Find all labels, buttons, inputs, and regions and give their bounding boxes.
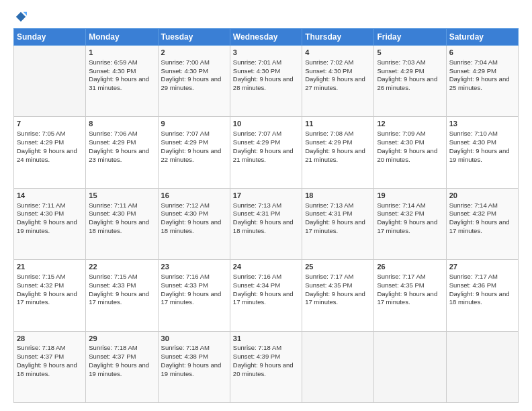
- sunrise-text: Sunrise: 7:12 AM: [161, 201, 210, 209]
- calendar-cell: 29Sunrise: 7:18 AMSunset: 4:37 PMDayligh…: [86, 331, 158, 402]
- sunset-text: Sunset: 4:30 PM: [305, 67, 352, 75]
- sunrise-text: Sunrise: 7:06 AM: [89, 130, 137, 137]
- sunrise-text: Sunrise: 7:07 AM: [161, 130, 210, 137]
- calendar-cell: 22Sunrise: 7:15 AMSunset: 4:33 PMDayligh…: [86, 260, 158, 331]
- daylight-text: Daylight: 9 hours and 29 minutes.: [161, 75, 222, 91]
- day-number: 30: [161, 334, 227, 344]
- calendar-cell: 10Sunrise: 7:07 AMSunset: 4:29 PMDayligh…: [230, 117, 302, 188]
- sunset-text: Sunset: 4:38 PM: [161, 353, 208, 360]
- day-number: 26: [377, 262, 443, 272]
- calendar-cell: 14Sunrise: 7:11 AMSunset: 4:30 PMDayligh…: [14, 188, 86, 259]
- day-number: 13: [449, 119, 515, 129]
- header: [13, 11, 519, 23]
- sunrise-text: Sunrise: 7:16 AM: [161, 273, 210, 280]
- daylight-text: Daylight: 9 hours and 17 minutes.: [305, 218, 365, 234]
- weekday-header-friday: Friday: [374, 29, 446, 46]
- day-number: 17: [233, 191, 299, 201]
- daylight-text: Daylight: 9 hours and 17 minutes.: [449, 218, 510, 234]
- sunrise-text: Sunrise: 7:17 AM: [377, 273, 425, 280]
- calendar-cell: 27Sunrise: 7:17 AMSunset: 4:36 PMDayligh…: [446, 260, 518, 331]
- sunrise-text: Sunrise: 7:15 AM: [89, 273, 137, 280]
- day-number: 20: [449, 191, 515, 201]
- daylight-text: Daylight: 9 hours and 18 minutes.: [17, 361, 77, 377]
- sunrise-text: Sunrise: 7:18 AM: [89, 344, 137, 351]
- sunset-text: Sunset: 4:32 PM: [17, 281, 64, 289]
- day-number: 22: [89, 262, 154, 272]
- sunset-text: Sunset: 4:33 PM: [161, 281, 208, 289]
- calendar-cell: 3Sunrise: 7:01 AMSunset: 4:30 PMDaylight…: [230, 46, 302, 117]
- daylight-text: Daylight: 9 hours and 17 minutes.: [17, 290, 77, 306]
- sunrise-text: Sunrise: 7:11 AM: [89, 201, 137, 209]
- daylight-text: Daylight: 9 hours and 22 minutes.: [161, 147, 222, 163]
- sunrise-text: Sunrise: 7:17 AM: [449, 273, 498, 280]
- weekday-header-saturday: Saturday: [446, 29, 518, 46]
- sunrise-text: Sunrise: 7:14 AM: [449, 201, 498, 209]
- day-number: 5: [377, 48, 443, 58]
- calendar-week-4: 21Sunrise: 7:15 AMSunset: 4:32 PMDayligh…: [14, 260, 519, 331]
- calendar-cell: 31Sunrise: 7:18 AMSunset: 4:39 PMDayligh…: [230, 331, 302, 402]
- sunset-text: Sunset: 4:30 PM: [449, 138, 496, 146]
- day-number: 1: [89, 48, 154, 58]
- sunset-text: Sunset: 4:31 PM: [305, 210, 352, 217]
- day-number: 29: [89, 334, 154, 344]
- calendar-cell: 30Sunrise: 7:18 AMSunset: 4:38 PMDayligh…: [158, 331, 230, 402]
- calendar-week-1: 1Sunrise: 6:59 AMSunset: 4:30 PMDaylight…: [14, 46, 519, 117]
- weekday-header-wednesday: Wednesday: [230, 29, 302, 46]
- sunrise-text: Sunrise: 7:13 AM: [305, 201, 353, 209]
- weekday-header-row: SundayMondayTuesdayWednesdayThursdayFrid…: [14, 29, 519, 46]
- day-number: 31: [233, 334, 299, 344]
- sunrise-text: Sunrise: 7:00 AM: [161, 58, 210, 66]
- sunset-text: Sunset: 4:29 PM: [89, 138, 136, 146]
- sunrise-text: Sunrise: 7:02 AM: [305, 58, 353, 66]
- daylight-text: Daylight: 9 hours and 18 minutes.: [449, 290, 510, 306]
- day-number: 16: [161, 191, 227, 201]
- calendar-cell: 24Sunrise: 7:16 AMSunset: 4:34 PMDayligh…: [230, 260, 302, 331]
- calendar-table: SundayMondayTuesdayWednesdayThursdayFrid…: [13, 28, 519, 403]
- sunset-text: Sunset: 4:29 PM: [449, 67, 496, 75]
- sunrise-text: Sunrise: 7:03 AM: [377, 58, 425, 66]
- sunrise-text: Sunrise: 7:11 AM: [17, 201, 65, 209]
- calendar-cell: [302, 331, 374, 402]
- calendar-cell: 15Sunrise: 7:11 AMSunset: 4:30 PMDayligh…: [86, 188, 158, 259]
- weekday-header-monday: Monday: [86, 29, 158, 46]
- sunrise-text: Sunrise: 7:18 AM: [17, 344, 65, 351]
- calendar-cell: 11Sunrise: 7:08 AMSunset: 4:29 PMDayligh…: [302, 117, 374, 188]
- sunset-text: Sunset: 4:39 PM: [233, 353, 280, 360]
- sunset-text: Sunset: 4:30 PM: [89, 210, 136, 217]
- day-number: 7: [17, 119, 83, 129]
- day-number: 14: [17, 191, 83, 201]
- sunset-text: Sunset: 4:30 PM: [17, 210, 64, 217]
- daylight-text: Daylight: 9 hours and 20 minutes.: [233, 361, 294, 377]
- day-number: 12: [377, 119, 443, 129]
- day-number: 11: [305, 119, 371, 129]
- sunset-text: Sunset: 4:32 PM: [449, 210, 496, 217]
- daylight-text: Daylight: 9 hours and 24 minutes.: [17, 147, 77, 163]
- calendar-cell: 18Sunrise: 7:13 AMSunset: 4:31 PMDayligh…: [302, 188, 374, 259]
- calendar-cell: 21Sunrise: 7:15 AMSunset: 4:32 PMDayligh…: [14, 260, 86, 331]
- calendar-cell: 7Sunrise: 7:05 AMSunset: 4:29 PMDaylight…: [14, 117, 86, 188]
- daylight-text: Daylight: 9 hours and 17 minutes.: [377, 218, 437, 234]
- daylight-text: Daylight: 9 hours and 17 minutes.: [89, 290, 149, 306]
- calendar-cell: [14, 46, 86, 117]
- calendar-cell: 20Sunrise: 7:14 AMSunset: 4:32 PMDayligh…: [446, 188, 518, 259]
- sunset-text: Sunset: 4:35 PM: [305, 281, 352, 289]
- day-number: 9: [161, 119, 227, 129]
- weekday-header-tuesday: Tuesday: [158, 29, 230, 46]
- calendar-week-3: 14Sunrise: 7:11 AMSunset: 4:30 PMDayligh…: [14, 188, 519, 259]
- sunrise-text: Sunrise: 7:05 AM: [17, 130, 65, 137]
- calendar-cell: 28Sunrise: 7:18 AMSunset: 4:37 PMDayligh…: [14, 331, 86, 402]
- sunrise-text: Sunrise: 7:14 AM: [377, 201, 425, 209]
- sunrise-text: Sunrise: 7:01 AM: [233, 58, 281, 66]
- calendar-cell: 23Sunrise: 7:16 AMSunset: 4:33 PMDayligh…: [158, 260, 230, 331]
- sunset-text: Sunset: 4:29 PM: [17, 138, 64, 146]
- daylight-text: Daylight: 9 hours and 18 minutes.: [89, 218, 149, 234]
- sunset-text: Sunset: 4:32 PM: [377, 210, 424, 217]
- daylight-text: Daylight: 9 hours and 18 minutes.: [233, 218, 294, 234]
- sunset-text: Sunset: 4:29 PM: [305, 138, 352, 146]
- sunset-text: Sunset: 4:30 PM: [377, 138, 424, 146]
- daylight-text: Daylight: 9 hours and 19 minutes.: [89, 361, 149, 377]
- calendar-cell: 8Sunrise: 7:06 AMSunset: 4:29 PMDaylight…: [86, 117, 158, 188]
- day-number: 10: [233, 119, 299, 129]
- calendar-cell: 1Sunrise: 6:59 AMSunset: 4:30 PMDaylight…: [86, 46, 158, 117]
- sunset-text: Sunset: 4:33 PM: [89, 281, 136, 289]
